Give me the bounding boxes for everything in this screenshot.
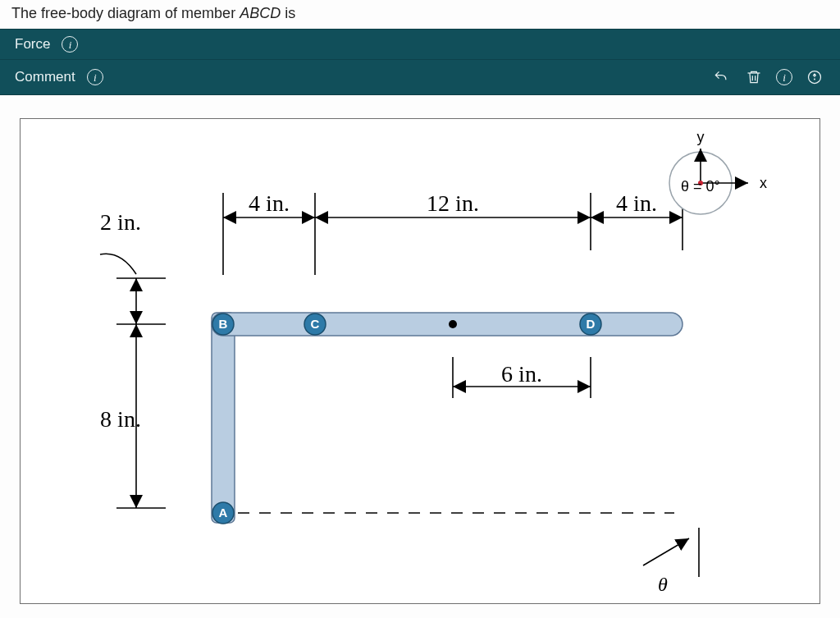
trash-icon[interactable]	[743, 66, 765, 88]
compass[interactable]: y x θ = 0°	[669, 129, 767, 214]
dim-left-main: 8 in.	[100, 406, 141, 432]
title-prefix: The free-body diagram of member	[11, 5, 240, 21]
info-icon[interactable]: i	[87, 69, 103, 85]
node-D[interactable]: D	[580, 314, 601, 335]
free-body-diagram[interactable]: 4 in. 12 in. 4 in. 2 in. 8 in.	[26, 119, 814, 603]
dim-top3: 4 in.	[616, 190, 657, 216]
page-title: The free-body diagram of member ABCD is	[0, 0, 840, 29]
svg-text:D: D	[587, 317, 596, 331]
svg-text:C: C	[311, 317, 320, 331]
svg-point-1	[814, 79, 815, 80]
toolbar: Force i Comment i i	[0, 29, 840, 95]
svg-text:θ: θ	[658, 574, 668, 595]
canvas-area: 4 in. 12 in. 4 in. 2 in. 8 in.	[0, 95, 840, 604]
node-C[interactable]: C	[304, 314, 326, 335]
dim-left-top: 2 in.	[100, 209, 141, 235]
compass-y: y	[697, 129, 705, 145]
title-member: ABCD	[240, 5, 281, 21]
dim-top2: 12 in.	[427, 190, 479, 216]
comment-label[interactable]: Comment	[15, 69, 75, 85]
force-label: Force	[15, 36, 50, 53]
info-icon[interactable]: i	[776, 69, 792, 85]
compass-theta: θ = 0°	[681, 178, 720, 195]
toolbar-row-force[interactable]: Force i	[0, 30, 840, 59]
undo-icon[interactable]	[710, 66, 732, 88]
svg-text:A: A	[219, 506, 228, 520]
node-B[interactable]: B	[212, 314, 234, 335]
toolbar-row-comment: Comment i i	[0, 59, 840, 94]
title-suffix: is	[281, 5, 295, 21]
diagram-frame: 4 in. 12 in. 4 in. 2 in. 8 in.	[20, 118, 820, 604]
node-A[interactable]: A	[212, 502, 234, 524]
info-icon[interactable]: i	[62, 36, 78, 53]
dim-top1: 4 in.	[249, 190, 290, 216]
svg-rect-15	[212, 313, 682, 336]
angle-indicator: θ	[643, 528, 699, 595]
svg-line-29	[643, 538, 689, 565]
svg-rect-14	[212, 313, 235, 523]
compass-x: x	[760, 175, 767, 191]
dim-below: 6 in.	[501, 361, 542, 387]
member-abcd[interactable]	[212, 313, 682, 523]
center-dot	[449, 320, 457, 328]
svg-text:B: B	[219, 317, 228, 331]
add-vector-icon[interactable]	[804, 66, 825, 88]
